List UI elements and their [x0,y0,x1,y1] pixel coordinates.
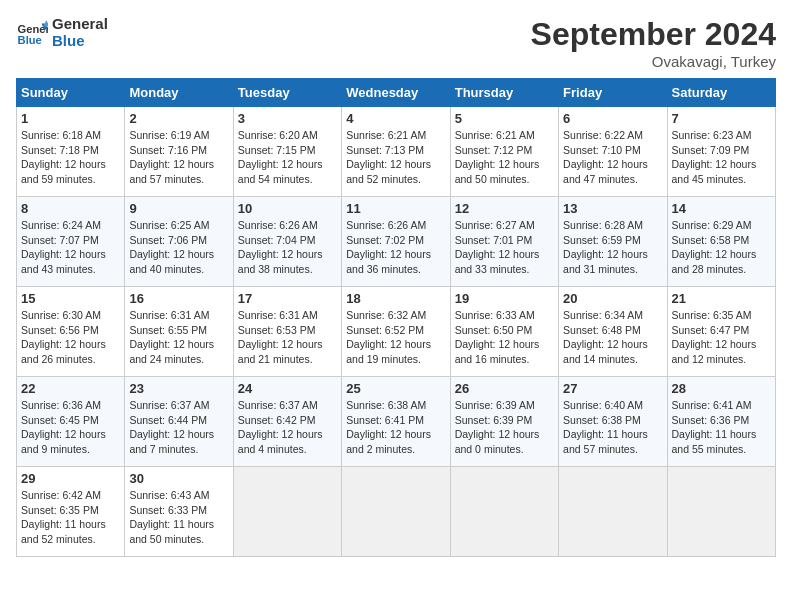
day-info: Sunrise: 6:29 AM Sunset: 6:58 PM Dayligh… [672,218,771,277]
calendar-cell [342,467,450,557]
day-info: Sunrise: 6:31 AM Sunset: 6:53 PM Dayligh… [238,308,337,367]
calendar-cell: 14Sunrise: 6:29 AM Sunset: 6:58 PM Dayli… [667,197,775,287]
day-number: 27 [563,381,662,396]
day-info: Sunrise: 6:21 AM Sunset: 7:12 PM Dayligh… [455,128,554,187]
logo-wordmark: General Blue [52,16,108,49]
day-info: Sunrise: 6:42 AM Sunset: 6:35 PM Dayligh… [21,488,120,547]
calendar-cell: 5Sunrise: 6:21 AM Sunset: 7:12 PM Daylig… [450,107,558,197]
day-number: 22 [21,381,120,396]
calendar-cell [450,467,558,557]
week-row-5: 29Sunrise: 6:42 AM Sunset: 6:35 PM Dayli… [17,467,776,557]
day-info: Sunrise: 6:41 AM Sunset: 6:36 PM Dayligh… [672,398,771,457]
calendar-cell: 20Sunrise: 6:34 AM Sunset: 6:48 PM Dayli… [559,287,667,377]
day-number: 18 [346,291,445,306]
day-number: 11 [346,201,445,216]
day-info: Sunrise: 6:26 AM Sunset: 7:04 PM Dayligh… [238,218,337,277]
svg-text:Blue: Blue [18,34,42,46]
day-number: 12 [455,201,554,216]
day-number: 24 [238,381,337,396]
day-number: 8 [21,201,120,216]
day-info: Sunrise: 6:23 AM Sunset: 7:09 PM Dayligh… [672,128,771,187]
page-header: General Blue General Blue September 2024… [16,16,776,70]
calendar-cell: 1Sunrise: 6:18 AM Sunset: 7:18 PM Daylig… [17,107,125,197]
day-number: 17 [238,291,337,306]
day-number: 20 [563,291,662,306]
day-number: 6 [563,111,662,126]
day-number: 4 [346,111,445,126]
header-row: SundayMondayTuesdayWednesdayThursdayFrid… [17,79,776,107]
calendar-cell: 21Sunrise: 6:35 AM Sunset: 6:47 PM Dayli… [667,287,775,377]
day-info: Sunrise: 6:38 AM Sunset: 6:41 PM Dayligh… [346,398,445,457]
calendar-cell: 15Sunrise: 6:30 AM Sunset: 6:56 PM Dayli… [17,287,125,377]
day-number: 10 [238,201,337,216]
calendar-cell: 3Sunrise: 6:20 AM Sunset: 7:15 PM Daylig… [233,107,341,197]
calendar-cell: 9Sunrise: 6:25 AM Sunset: 7:06 PM Daylig… [125,197,233,287]
calendar-cell: 24Sunrise: 6:37 AM Sunset: 6:42 PM Dayli… [233,377,341,467]
calendar-cell: 12Sunrise: 6:27 AM Sunset: 7:01 PM Dayli… [450,197,558,287]
day-info: Sunrise: 6:27 AM Sunset: 7:01 PM Dayligh… [455,218,554,277]
col-header-sunday: Sunday [17,79,125,107]
day-info: Sunrise: 6:33 AM Sunset: 6:50 PM Dayligh… [455,308,554,367]
col-header-saturday: Saturday [667,79,775,107]
calendar-cell: 25Sunrise: 6:38 AM Sunset: 6:41 PM Dayli… [342,377,450,467]
day-number: 3 [238,111,337,126]
calendar-cell: 8Sunrise: 6:24 AM Sunset: 7:07 PM Daylig… [17,197,125,287]
day-number: 1 [21,111,120,126]
day-number: 14 [672,201,771,216]
logo-icon: General Blue [16,17,48,49]
calendar-cell: 18Sunrise: 6:32 AM Sunset: 6:52 PM Dayli… [342,287,450,377]
day-number: 16 [129,291,228,306]
week-row-3: 15Sunrise: 6:30 AM Sunset: 6:56 PM Dayli… [17,287,776,377]
month-title: September 2024 [531,16,776,53]
day-number: 15 [21,291,120,306]
calendar-cell: 13Sunrise: 6:28 AM Sunset: 6:59 PM Dayli… [559,197,667,287]
day-info: Sunrise: 6:20 AM Sunset: 7:15 PM Dayligh… [238,128,337,187]
day-info: Sunrise: 6:32 AM Sunset: 6:52 PM Dayligh… [346,308,445,367]
calendar-cell: 29Sunrise: 6:42 AM Sunset: 6:35 PM Dayli… [17,467,125,557]
day-info: Sunrise: 6:37 AM Sunset: 6:44 PM Dayligh… [129,398,228,457]
day-info: Sunrise: 6:19 AM Sunset: 7:16 PM Dayligh… [129,128,228,187]
day-info: Sunrise: 6:34 AM Sunset: 6:48 PM Dayligh… [563,308,662,367]
day-info: Sunrise: 6:43 AM Sunset: 6:33 PM Dayligh… [129,488,228,547]
calendar-cell [559,467,667,557]
day-info: Sunrise: 6:39 AM Sunset: 6:39 PM Dayligh… [455,398,554,457]
calendar-cell: 19Sunrise: 6:33 AM Sunset: 6:50 PM Dayli… [450,287,558,377]
calendar-cell: 17Sunrise: 6:31 AM Sunset: 6:53 PM Dayli… [233,287,341,377]
calendar-table: SundayMondayTuesdayWednesdayThursdayFrid… [16,78,776,557]
calendar-cell [233,467,341,557]
day-number: 21 [672,291,771,306]
col-header-tuesday: Tuesday [233,79,341,107]
calendar-cell: 22Sunrise: 6:36 AM Sunset: 6:45 PM Dayli… [17,377,125,467]
day-number: 28 [672,381,771,396]
day-number: 19 [455,291,554,306]
day-info: Sunrise: 6:31 AM Sunset: 6:55 PM Dayligh… [129,308,228,367]
col-header-monday: Monday [125,79,233,107]
calendar-cell: 28Sunrise: 6:41 AM Sunset: 6:36 PM Dayli… [667,377,775,467]
day-info: Sunrise: 6:36 AM Sunset: 6:45 PM Dayligh… [21,398,120,457]
day-number: 29 [21,471,120,486]
calendar-cell: 10Sunrise: 6:26 AM Sunset: 7:04 PM Dayli… [233,197,341,287]
col-header-thursday: Thursday [450,79,558,107]
day-info: Sunrise: 6:21 AM Sunset: 7:13 PM Dayligh… [346,128,445,187]
logo-text-general: General [52,16,108,33]
week-row-4: 22Sunrise: 6:36 AM Sunset: 6:45 PM Dayli… [17,377,776,467]
week-row-1: 1Sunrise: 6:18 AM Sunset: 7:18 PM Daylig… [17,107,776,197]
day-info: Sunrise: 6:37 AM Sunset: 6:42 PM Dayligh… [238,398,337,457]
col-header-wednesday: Wednesday [342,79,450,107]
day-number: 13 [563,201,662,216]
week-row-2: 8Sunrise: 6:24 AM Sunset: 7:07 PM Daylig… [17,197,776,287]
day-info: Sunrise: 6:35 AM Sunset: 6:47 PM Dayligh… [672,308,771,367]
calendar-body: 1Sunrise: 6:18 AM Sunset: 7:18 PM Daylig… [17,107,776,557]
calendar-header: SundayMondayTuesdayWednesdayThursdayFrid… [17,79,776,107]
logo: General Blue General Blue [16,16,108,49]
calendar-cell: 4Sunrise: 6:21 AM Sunset: 7:13 PM Daylig… [342,107,450,197]
calendar-cell: 2Sunrise: 6:19 AM Sunset: 7:16 PM Daylig… [125,107,233,197]
calendar-cell: 27Sunrise: 6:40 AM Sunset: 6:38 PM Dayli… [559,377,667,467]
day-info: Sunrise: 6:25 AM Sunset: 7:06 PM Dayligh… [129,218,228,277]
calendar-cell: 26Sunrise: 6:39 AM Sunset: 6:39 PM Dayli… [450,377,558,467]
day-number: 2 [129,111,228,126]
calendar-cell: 16Sunrise: 6:31 AM Sunset: 6:55 PM Dayli… [125,287,233,377]
day-info: Sunrise: 6:30 AM Sunset: 6:56 PM Dayligh… [21,308,120,367]
col-header-friday: Friday [559,79,667,107]
day-info: Sunrise: 6:40 AM Sunset: 6:38 PM Dayligh… [563,398,662,457]
